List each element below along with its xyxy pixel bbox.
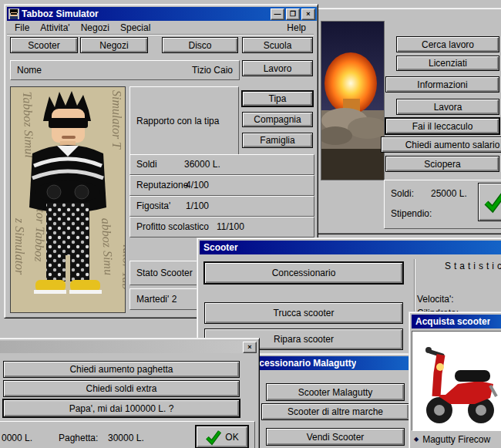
- svg-text:Tabboz Simul: Tabboz Simul: [21, 92, 36, 159]
- rapporto-label: Rapporto con la tipa: [136, 116, 219, 126]
- malagutty-titlebar[interactable]: Concessionario Malagutty: [237, 356, 414, 370]
- statistiche-header: Statistiche: [445, 261, 501, 271]
- nome-panel: Nome Tizio Caio: [10, 60, 240, 80]
- acquista-window: Acquista scooter ◆ Magutty Firecow: [409, 312, 501, 448]
- stato-scooter-label: Stato Scooter: [136, 268, 193, 278]
- acquista-window-title: Acquista scooter: [413, 316, 490, 327]
- tipa-button[interactable]: Tipa: [242, 91, 313, 106]
- scooter-model-label: Magutty Firecow: [422, 434, 490, 445]
- menu-help[interactable]: Help: [281, 22, 311, 34]
- svg-text:z Simulator: z Simulator: [13, 217, 26, 275]
- stat-row-reputazione: Reputazione 4/100: [129, 175, 314, 196]
- informazioni-button[interactable]: Informazioni: [385, 76, 499, 93]
- close-icon[interactable]: ×: [301, 8, 315, 20]
- nome-label: Nome: [17, 65, 42, 76]
- rapporto-panel: Rapporto con la tipa: [129, 86, 239, 156]
- compagnia-button[interactable]: Compagnia: [242, 112, 313, 127]
- menu-file[interactable]: File: [9, 22, 35, 34]
- menu-special[interactable]: Special: [115, 22, 156, 34]
- stat-label: Profitto scolastico: [136, 221, 209, 232]
- desktop: Cerca lavoro Licenziati Informazioni Lav…: [0, 0, 501, 448]
- main-window-title: Tabboz Simulator: [22, 8, 99, 19]
- stat-row-soldi: Soldi 36000 L.: [129, 154, 314, 175]
- work-soldi-label: Soldi:: [391, 188, 414, 199]
- lavoro-nav-button[interactable]: Lavoro: [242, 60, 313, 76]
- minimize-icon[interactable]: —: [271, 8, 284, 20]
- paghetta-titlebar[interactable]: ×: [0, 341, 258, 353]
- svg-text:Simulator T: Simulator T: [110, 90, 123, 150]
- stipendio-label: Stipendio:: [391, 208, 432, 219]
- stat-label: Soldi: [136, 159, 157, 170]
- papa-100000-button[interactable]: Papa', mi dai 100000 L. ?: [3, 399, 240, 417]
- check-icon: [483, 190, 501, 214]
- chiedi-aumento-paghetta-button[interactable]: Chiedi aumento paghetta: [3, 361, 240, 378]
- disco-nav-button[interactable]: Disco: [162, 37, 238, 53]
- paghetta-money-panel: 0000 L. Paghetta: 30000 L. OK: [0, 421, 255, 448]
- work-soldi-value: 25000 L.: [431, 188, 467, 199]
- chiedi-aumento-salario-button[interactable]: Chiedi aumento salario: [381, 136, 501, 153]
- scooter-image: [415, 335, 501, 427]
- lavoro-window: Cerca lavoro Licenziati Informazioni Lav…: [314, 8, 501, 234]
- stat-value: 36000 L.: [184, 159, 220, 170]
- paghetta-window: × Chiedi aumento paghetta Chiedi soldi e…: [0, 338, 260, 448]
- character-portrait: Tabboz Simul ator Tabboz Simulator T abb…: [10, 86, 126, 313]
- stat-value: 1/100: [186, 200, 209, 211]
- chiedi-soldi-extra-button[interactable]: Chiedi soldi extra: [3, 380, 240, 397]
- scooter-malagutty-button[interactable]: Scooter Malagutty: [266, 383, 405, 401]
- menu-attivita[interactable]: Attivita': [35, 22, 75, 34]
- fai-il-leccaculo-button[interactable]: Fai il leccaculo: [385, 118, 499, 134]
- stat-value: 4/100: [186, 180, 209, 190]
- paghetta-label: Paghetta:: [59, 433, 98, 443]
- trucca-scooter-button[interactable]: Trucca scooter: [204, 302, 403, 324]
- negozi-nav-button[interactable]: Negozi: [80, 37, 148, 53]
- paghetta-value: 30000 L.: [108, 433, 144, 443]
- nome-value: Tizio Caio: [192, 65, 233, 76]
- scooter-preview: [412, 331, 501, 431]
- maximize-icon[interactable]: ❐: [286, 8, 300, 20]
- scooter-window-title: Scooter: [201, 242, 238, 253]
- svg-text:lator Tab: lator Tab: [120, 244, 125, 290]
- work-confirm-button[interactable]: [478, 183, 501, 221]
- day-label: Martedi' 2: [136, 294, 177, 305]
- cerca-lavoro-button[interactable]: Cerca lavoro: [396, 36, 499, 52]
- main-titlebar[interactable]: Tabboz Simulator — ❐ ×: [7, 7, 317, 21]
- main-menubar: File Attivita' Negozi Special Help: [7, 21, 314, 35]
- check-icon: [205, 429, 222, 446]
- stat-row-profitto: Profitto scolastico 11/100: [129, 217, 314, 237]
- stat-row-figosita: Figosita' 1/100: [129, 196, 314, 217]
- lavora-button[interactable]: Lavora: [396, 99, 499, 115]
- stat-label: Figosita': [136, 200, 170, 211]
- stat-label: Reputazione: [136, 180, 188, 190]
- radio-bullet-icon: ◆: [414, 436, 419, 443]
- ok-label: OK: [225, 432, 238, 443]
- scuola-nav-button[interactable]: Scuola: [242, 37, 313, 53]
- stat-value: 11/100: [217, 221, 244, 232]
- scooter-nav-button[interactable]: Scooter: [10, 37, 78, 53]
- ok-button[interactable]: OK: [196, 426, 248, 448]
- scooter-altre-marche-button[interactable]: Scooter di altre marche: [261, 403, 409, 420]
- concessionario-button[interactable]: Concessionario: [204, 262, 403, 284]
- malagutty-window: Concessionario Malagutty Scooter Malagut…: [234, 353, 415, 448]
- vendi-scooter-button[interactable]: Vendi Scooter: [266, 428, 405, 446]
- famiglia-button[interactable]: Famiglia: [242, 133, 313, 148]
- licenziati-button[interactable]: Licenziati: [396, 56, 499, 71]
- scooter-model-option[interactable]: ◆ Magutty Firecow: [414, 433, 490, 446]
- svg-text:ator Tabboz: ator Tabboz: [32, 203, 48, 263]
- close-icon[interactable]: ×: [243, 342, 257, 353]
- app-icon: [8, 8, 19, 19]
- soldi-partial-value: 0000 L.: [2, 433, 32, 443]
- sciopera-button[interactable]: Sciopera: [385, 156, 499, 172]
- acquista-titlebar[interactable]: Acquista scooter: [412, 315, 501, 328]
- scooter-titlebar[interactable]: Scooter: [200, 241, 501, 254]
- menu-negozi[interactable]: Negozi: [76, 22, 115, 34]
- velocita-label: Velocita':: [417, 294, 454, 305]
- job-explosion-image: [321, 21, 385, 180]
